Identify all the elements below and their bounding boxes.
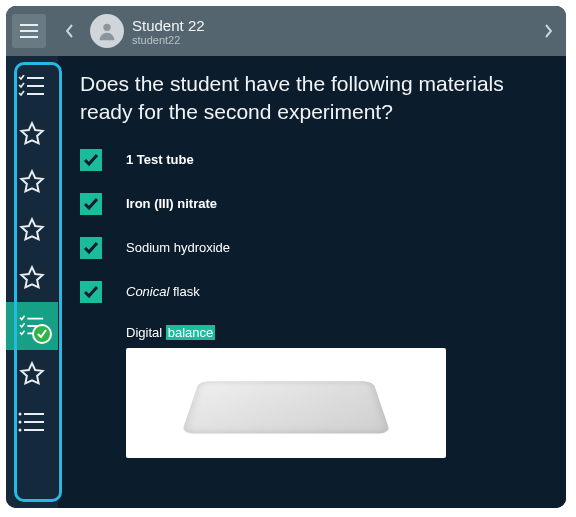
star-icon xyxy=(19,361,45,387)
balance-illustration xyxy=(171,360,401,458)
list-icon xyxy=(18,411,46,433)
material-image xyxy=(126,348,446,458)
sidebar-item-star-3[interactable] xyxy=(6,206,58,254)
sidebar-item-checklist[interactable] xyxy=(6,62,58,110)
svg-point-3 xyxy=(19,429,22,432)
prev-student-button[interactable] xyxy=(58,6,82,56)
svg-point-0 xyxy=(103,24,110,31)
material-row-3: Sodium hydroxide xyxy=(80,237,556,259)
svg-point-2 xyxy=(19,421,22,424)
content-area: Does the student have the following mate… xyxy=(58,56,566,508)
svg-point-1 xyxy=(19,413,22,416)
sidebar-item-star-5[interactable] xyxy=(6,350,58,398)
person-icon xyxy=(96,20,118,42)
material-label-2: Iron (III) nitrate xyxy=(126,196,217,211)
star-icon xyxy=(19,169,45,195)
star-icon xyxy=(19,265,45,291)
top-bar: Student 22 student22 xyxy=(6,6,566,56)
material-label-4: Conical flask xyxy=(126,284,200,299)
checklist-icon xyxy=(18,75,46,97)
sidebar-item-completed[interactable] xyxy=(6,302,58,350)
checkbox-1[interactable] xyxy=(80,149,102,171)
next-student-button[interactable] xyxy=(536,6,560,56)
material-row-4: Conical flask xyxy=(80,281,556,303)
checkbox-3[interactable] xyxy=(80,237,102,259)
user-avatar[interactable] xyxy=(90,14,124,48)
sidebar-item-list[interactable] xyxy=(6,398,58,446)
material-row-1: 1 Test tube xyxy=(80,149,556,171)
body: Does the student have the following mate… xyxy=(6,56,566,508)
sidebar xyxy=(6,56,58,508)
question-text: Does the student have the following mate… xyxy=(80,70,556,127)
check-badge-icon xyxy=(32,324,52,344)
material-row-2: Iron (III) nitrate xyxy=(80,193,556,215)
hamburger-menu-button[interactable] xyxy=(12,14,46,48)
user-id: student22 xyxy=(132,34,536,46)
hamburger-icon xyxy=(20,24,38,38)
star-icon xyxy=(19,217,45,243)
chevron-left-icon xyxy=(66,24,74,38)
chevron-right-icon xyxy=(544,24,552,38)
sidebar-item-star-4[interactable] xyxy=(6,254,58,302)
user-info: Student 22 student22 xyxy=(132,17,536,46)
material-label-3: Sodium hydroxide xyxy=(126,240,230,255)
user-name: Student 22 xyxy=(132,17,536,34)
app-window: Student 22 student22 xyxy=(6,6,566,508)
star-icon xyxy=(19,121,45,147)
material-label-1: 1 Test tube xyxy=(126,152,194,167)
checkbox-2[interactable] xyxy=(80,193,102,215)
sidebar-item-star-1[interactable] xyxy=(6,110,58,158)
checkbox-4[interactable] xyxy=(80,281,102,303)
material-label-5: Digital balance xyxy=(126,325,556,340)
sidebar-item-star-2[interactable] xyxy=(6,158,58,206)
